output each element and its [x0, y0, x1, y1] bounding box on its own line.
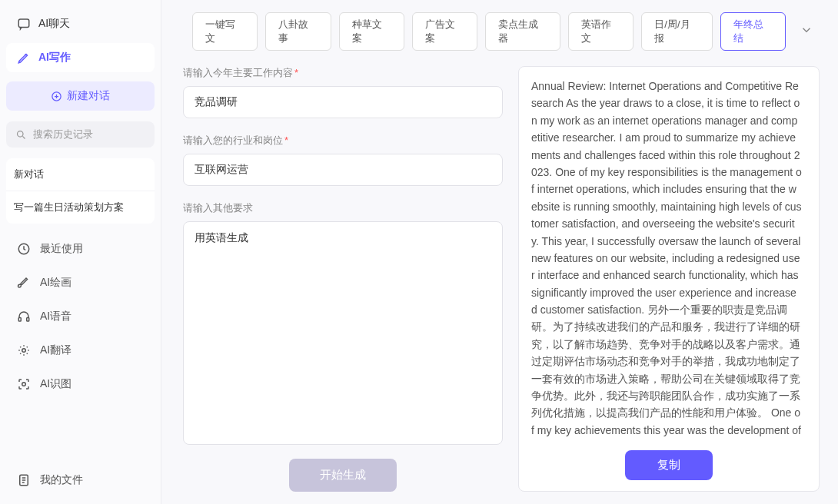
- nav-ai-chat[interactable]: AI聊天: [6, 9, 155, 38]
- clock-icon: [17, 242, 31, 256]
- output-text[interactable]: Annual Review: Internet Operations and C…: [531, 78, 806, 439]
- my-files[interactable]: 我的文件: [6, 466, 155, 495]
- svg-point-6: [22, 349, 26, 353]
- history-item[interactable]: 写一篇生日活动策划方案: [6, 191, 155, 224]
- tool-translate[interactable]: AI翻译: [6, 336, 155, 365]
- svg-point-2: [18, 131, 24, 137]
- nav-label: AI写作: [38, 51, 71, 65]
- search-placeholder: 搜索历史记录: [33, 128, 93, 141]
- search-input[interactable]: 搜索历史记录: [6, 121, 155, 148]
- svg-rect-4: [18, 318, 21, 322]
- file-icon: [17, 473, 31, 487]
- tool-recent[interactable]: 最近使用: [6, 234, 155, 264]
- tab-selling[interactable]: 卖点生成器: [485, 12, 560, 51]
- chat-icon: [17, 17, 31, 31]
- nav-ai-write[interactable]: AI写作: [6, 43, 155, 72]
- input-work[interactable]: [183, 86, 503, 118]
- svg-rect-0: [18, 19, 29, 28]
- tab-ad[interactable]: 广告文案: [412, 12, 477, 51]
- form-column: 请输入今年主要工作内容* 请输入您的行业和岗位* 请输入其他要求 开始生成: [180, 66, 503, 492]
- input-role[interactable]: [183, 154, 503, 186]
- scan-icon: [17, 377, 31, 391]
- tool-label: AI绘画: [40, 276, 71, 290]
- svg-rect-5: [27, 318, 29, 322]
- tool-paint[interactable]: AI绘画: [6, 268, 155, 297]
- tab-onekey[interactable]: 一键写文: [192, 12, 258, 51]
- new-chat-label: 新建对话: [67, 89, 110, 103]
- label-work: 请输入今年主要工作内容*: [183, 66, 503, 80]
- pen-icon: [17, 51, 31, 65]
- chevron-down-icon: [800, 23, 813, 37]
- tool-label: AI识图: [40, 377, 71, 391]
- label-extra: 请输入其他要求: [183, 201, 503, 215]
- plus-circle-icon: [51, 91, 62, 102]
- tool-label: AI语音: [40, 310, 71, 323]
- tab-report[interactable]: 日/周/月报: [641, 12, 712, 51]
- tool-label: AI翻译: [40, 343, 71, 357]
- search-icon: [15, 129, 27, 141]
- content: 请输入今年主要工作内容* 请输入您的行业和岗位* 请输入其他要求 开始生成 An…: [180, 66, 820, 492]
- output-column: Annual Review: Internet Operations and C…: [518, 66, 820, 492]
- template-tabs: 一键写文 八卦故事 种草文案 广告文案 卖点生成器 英语作文 日/周/月报 年终…: [180, 12, 820, 51]
- tab-gossip[interactable]: 八卦故事: [265, 12, 331, 51]
- main-area: 一键写文 八卦故事 种草文案 广告文案 卖点生成器 英语作文 日/周/月报 年终…: [161, 0, 838, 504]
- history-item[interactable]: 新对话: [6, 158, 155, 191]
- sidebar: AI聊天 AI写作 新建对话 搜索历史记录 新对话 写一篇生日活动策划方案 最近…: [0, 0, 161, 504]
- nav-label: AI聊天: [38, 17, 70, 31]
- history-list: 新对话 写一篇生日活动策划方案: [6, 158, 155, 224]
- input-extra[interactable]: [183, 221, 503, 445]
- headphone-icon: [17, 310, 31, 323]
- tab-seeding[interactable]: 种草文案: [339, 12, 404, 51]
- label-role: 请输入您的行业和岗位*: [183, 134, 503, 148]
- tabs-expand[interactable]: [793, 20, 820, 43]
- my-files-label: 我的文件: [40, 473, 83, 487]
- tab-annual[interactable]: 年终总结: [720, 12, 786, 51]
- tool-image[interactable]: AI识图: [6, 370, 155, 399]
- copy-button[interactable]: 复制: [625, 450, 713, 480]
- tab-english[interactable]: 英语作文: [568, 12, 633, 51]
- translate-icon: [17, 343, 31, 357]
- tool-voice[interactable]: AI语音: [6, 302, 155, 331]
- tool-label: 最近使用: [40, 242, 83, 256]
- new-chat-button[interactable]: 新建对话: [6, 81, 155, 111]
- svg-point-7: [22, 383, 26, 386]
- generate-button[interactable]: 开始生成: [289, 459, 397, 492]
- brush-icon: [17, 276, 31, 290]
